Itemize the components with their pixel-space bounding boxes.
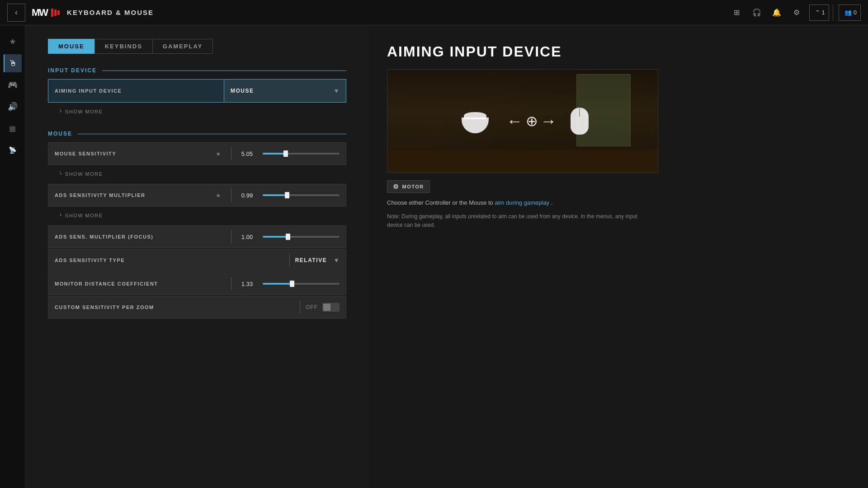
ads-sensitivity-show-more[interactable]: └ SHOW MORE [48, 207, 346, 224]
info-desc-link[interactable]: aim during gameplay [495, 199, 549, 206]
monitor-distance-coefficient-row[interactable]: MONITOR DISTANCE COEFFICIENT 1.33 [48, 272, 346, 295]
custom-sensitivity-per-zoom-row[interactable]: CUSTOM SENSITIVITY PER ZOOM OFF [48, 296, 346, 319]
mouse-sensitivity-slider[interactable] [263, 153, 340, 155]
divider-4 [289, 253, 290, 267]
left-arrow-icon: ← [507, 112, 523, 131]
ads-sensitivity-multiplier-thumb[interactable] [285, 192, 289, 198]
mouse-shape-icon [571, 108, 589, 135]
rank-count: 1 [822, 9, 825, 16]
divider-1 [231, 147, 231, 160]
logo-bar-1 [51, 9, 53, 17]
ads-sens-multiplier-focus-slider[interactable] [263, 236, 340, 238]
ads-sens-multiplier-focus-label: ADS SENS. MULTIPLIER (FOCUS) [55, 234, 226, 239]
motor-badge-label: MOTOR [402, 184, 424, 189]
toggle-knob [323, 304, 330, 311]
mouse-sensitivity-star[interactable]: ★ [216, 150, 221, 157]
sidebar-item-favorites[interactable]: ★ [4, 33, 22, 51]
ads-sensitivity-multiplier-fill [263, 194, 287, 196]
headphones-icon-button[interactable]: 🎧 [748, 4, 766, 22]
show-more-label: SHOW MORE [65, 109, 103, 114]
sidebar-item-mouse[interactable]: 🖱 [4, 54, 22, 72]
top-bar: ‹ MW KEYBOARD & MOUSE ⊞ 🎧 🔔 ⚙ ⌃ 1 👥 0 [0, 0, 868, 25]
back-button[interactable]: ‹ [7, 4, 25, 22]
monitor-distance-coefficient-value: 1.33 [237, 281, 257, 287]
show-more-arrow-icon-3: └ [59, 213, 62, 218]
tabs: MOUSE KEYBINDS GAMEPLAY [48, 39, 346, 54]
people-count: 0 [854, 9, 857, 16]
monitor-distance-coefficient-thumb[interactable] [290, 281, 294, 287]
bowl-icon [457, 103, 493, 139]
monitor-distance-coefficient-label: MONITOR DISTANCE COEFFICIENT [55, 281, 226, 286]
motor-badge: ⚙ MOTOR [387, 180, 430, 193]
custom-sensitivity-per-zoom-value: OFF [306, 304, 318, 310]
ads-sensitivity-type-row[interactable]: ADS SENSITIVITY TYPE RELATIVE ▼ [48, 249, 346, 272]
mouse-sensitivity-fill [263, 153, 286, 155]
bowl-body [462, 117, 489, 133]
info-desc-end: . [551, 199, 553, 206]
ads-sensitivity-multiplier-value: 0.99 [237, 192, 257, 199]
ads-sens-multiplier-focus-fill [263, 236, 288, 238]
show-more-arrow-icon: └ [59, 109, 62, 114]
ads-sensitivity-multiplier-star[interactable]: ★ [216, 192, 221, 199]
ads-sensitivity-multiplier-row[interactable]: ADS SENSITIVITY MULTIPLIER ★ 0.99 [48, 184, 346, 206]
info-desc-text: Choose either Controller or the Mouse to [387, 199, 493, 206]
divider-5 [231, 277, 231, 291]
mouse-section-header: MOUSE [48, 131, 346, 137]
people-badge-group: 👥 0 [839, 5, 861, 21]
ads-sens-multiplier-focus-value: 1.00 [237, 234, 257, 240]
mouse-sensitivity-row[interactable]: MOUSE SENSITIVITY ★ 5.05 [48, 142, 346, 165]
page-title: KEYBOARD & MOUSE [67, 9, 154, 16]
show-more-label-3: SHOW MORE [65, 213, 103, 218]
info-description: Choose either Controller or the Mouse to… [387, 198, 640, 208]
info-image: ← ⊕ → [387, 69, 658, 173]
input-device-show-more[interactable]: └ SHOW MORE [48, 103, 346, 120]
sidebar-item-audio[interactable]: 🔊 [4, 98, 22, 116]
sidebar-item-display[interactable]: ▦ [4, 119, 22, 137]
info-note: Note: During gameplay, all inputs unrela… [387, 212, 640, 230]
crosshair-icon: ← ⊕ → [507, 112, 557, 131]
aiming-input-device-row[interactable]: AIMING INPUT DEVICE MOUSE ▼ [48, 79, 346, 103]
aiming-input-device-label: AIMING INPUT DEVICE [48, 88, 224, 94]
chevron-up-icon: ⌃ [815, 9, 820, 16]
logo-bar-3 [57, 10, 60, 15]
tab-mouse[interactable]: MOUSE [48, 39, 94, 54]
input-device-header: INPUT DEVICE [48, 67, 346, 74]
mouse-sensitivity-value: 5.05 [237, 150, 257, 157]
gear-icon-button[interactable]: ⚙ [788, 4, 806, 22]
aiming-input-device-value: MOUSE [231, 88, 254, 94]
aiming-input-device-value-area[interactable]: MOUSE ▼ [224, 80, 346, 102]
tab-gameplay[interactable]: GAMEPLAY [152, 39, 213, 54]
top-bar-divider [833, 5, 833, 21]
aiming-input-device-dropdown-arrow: ▼ [333, 87, 340, 94]
monitor-distance-coefficient-slider[interactable] [263, 283, 340, 285]
ads-sensitivity-multiplier-label: ADS SENSITIVITY MULTIPLIER [55, 192, 216, 198]
people-icon: 👥 [844, 9, 852, 16]
ads-sensitivity-multiplier-slider[interactable] [263, 194, 340, 196]
monitor-distance-coefficient-fill [263, 283, 292, 285]
bell-icon-button[interactable]: 🔔 [768, 4, 786, 22]
settings-panel: MOUSE KEYBINDS GAMEPLAY INPUT DEVICE AIM… [25, 25, 369, 488]
divider-2 [231, 188, 231, 202]
logo: MW [32, 7, 60, 19]
show-more-label-2: SHOW MORE [65, 171, 103, 177]
mouse-sensitivity-show-more[interactable]: └ SHOW MORE [48, 166, 346, 182]
ads-sensitivity-type-value: RELATIVE [295, 257, 327, 263]
mouse-sensitivity-thumb[interactable] [283, 150, 288, 157]
divider-3 [231, 230, 231, 244]
custom-sensitivity-per-zoom-label: CUSTOM SENSITIVITY PER ZOOM [55, 305, 294, 310]
left-sidebar: ★ 🖱 🎮 🔊 ▦ 📡 [0, 25, 25, 488]
grid-icon-button[interactable]: ⊞ [728, 4, 746, 22]
logo-text: MW [32, 7, 47, 19]
sidebar-item-network[interactable]: 📡 [4, 141, 22, 159]
top-bar-icons: ⊞ 🎧 🔔 ⚙ ⌃ 1 👥 0 [728, 4, 861, 22]
ads-sens-multiplier-focus-thumb[interactable] [286, 234, 290, 240]
rank-badge-group: ⌃ 1 [809, 5, 829, 21]
custom-sensitivity-per-zoom-toggle[interactable] [322, 303, 340, 312]
content-area: MOUSE KEYBINDS GAMEPLAY INPUT DEVICE AIM… [25, 25, 868, 488]
show-more-arrow-icon-2: └ [59, 171, 62, 177]
ads-sens-multiplier-focus-row[interactable]: ADS SENS. MULTIPLIER (FOCUS) 1.00 [48, 225, 346, 248]
right-arrow-icon: → [541, 112, 557, 131]
tab-keybinds[interactable]: KEYBINDS [94, 39, 152, 54]
sidebar-item-controller[interactable]: 🎮 [4, 76, 22, 94]
main-layout: ★ 🖱 🎮 🔊 ▦ 📡 MOUSE KEYBINDS GAMEPLAY INPU… [0, 25, 868, 488]
